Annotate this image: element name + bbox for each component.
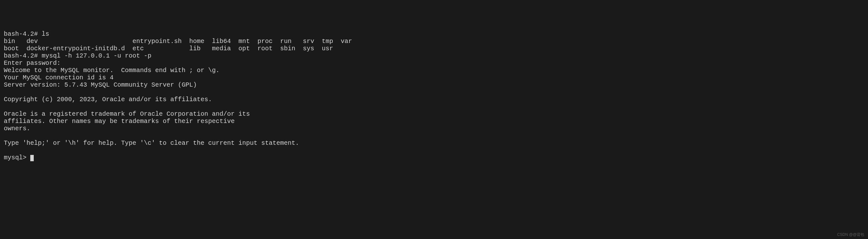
mysql-connection-id: Your MySQL connection id is 4 bbox=[4, 74, 114, 81]
watermark: CSDN @@背包 bbox=[837, 233, 864, 237]
prompt-line: bash-4.2# mysql -h 127.0.0.1 -u root -p bbox=[4, 52, 151, 59]
mysql-help-hint: Type 'help;' or '\h' for help. Type '\c'… bbox=[4, 139, 299, 147]
terminal-cursor bbox=[30, 155, 34, 161]
mysql-welcome: Welcome to the MySQL monitor. Commands e… bbox=[4, 67, 219, 74]
terminal-output[interactable]: bash-4.2# ls bin dev entrypoint.sh home … bbox=[4, 30, 864, 161]
mysql-trademark: owners. bbox=[4, 125, 30, 132]
mysql-trademark: affiliates. Other names may be trademark… bbox=[4, 117, 235, 125]
ls-output-line: boot docker-entrypoint-initdb.d etc lib … bbox=[4, 45, 333, 52]
mysql-trademark: Oracle is a registered trademark of Orac… bbox=[4, 110, 250, 117]
password-prompt: Enter password: bbox=[4, 59, 64, 67]
mysql-server-version: Server version: 5.7.43 MySQL Community S… bbox=[4, 81, 197, 88]
ls-output-line: bin dev entrypoint.sh home lib64 mnt pro… bbox=[4, 37, 352, 45]
prompt-line: bash-4.2# ls bbox=[4, 30, 49, 37]
mysql-prompt: mysql> bbox=[4, 154, 30, 161]
mysql-copyright: Copyright (c) 2000, 2023, Oracle and/or … bbox=[4, 96, 212, 103]
